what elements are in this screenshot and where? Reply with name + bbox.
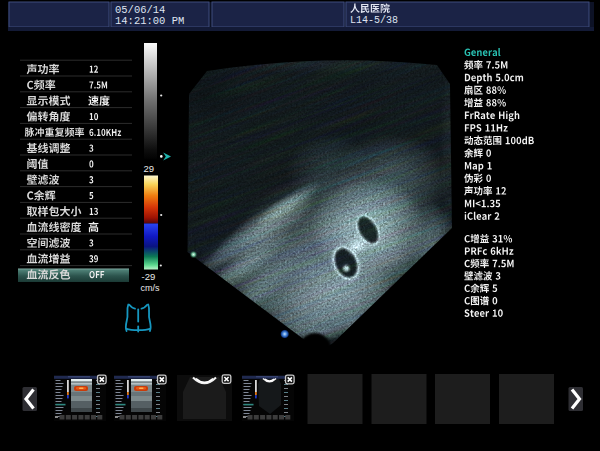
svg-text:14:21:00 PM: 14:21:00 PM (115, 15, 184, 27)
svg-text:29: 29 (144, 163, 155, 174)
svg-text:-29: -29 (142, 271, 156, 282)
svg-text:cm/s: cm/s (141, 283, 160, 293)
svg-text:L14-5/38: L14-5/38 (350, 15, 398, 26)
